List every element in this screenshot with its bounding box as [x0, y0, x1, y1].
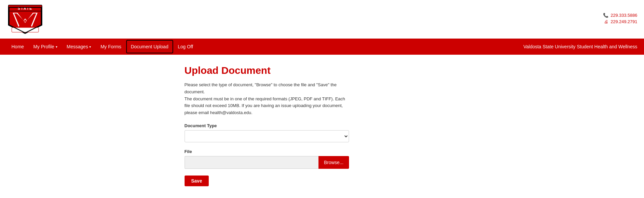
- file-path-input[interactable]: [185, 156, 319, 169]
- document-type-group: Document Type: [185, 123, 349, 142]
- save-button[interactable]: Save: [185, 176, 209, 186]
- fax-icon: 🖨: [604, 19, 608, 24]
- my-profile-chevron: ▾: [56, 45, 57, 49]
- logo-area: STATE: [7, 3, 44, 35]
- top-bar: STATE 📞 229.333.5886 🖨 229.249.2791: [0, 0, 644, 39]
- phone-number: 229.333.5886: [610, 13, 637, 18]
- nav-messages[interactable]: Messages ▾: [62, 39, 96, 54]
- file-label: File: [185, 149, 349, 154]
- page-description: Please select the type of document, "Bro…: [185, 82, 349, 116]
- document-type-label: Document Type: [185, 123, 349, 128]
- nav-log-off[interactable]: Log Off: [173, 39, 198, 54]
- navbar-brand: Valdosta State University Student Health…: [523, 44, 637, 49]
- nav-my-profile[interactable]: My Profile ▾: [29, 39, 62, 54]
- phone-icon: 📞: [603, 13, 608, 18]
- nav-document-upload[interactable]: Document Upload: [126, 40, 173, 53]
- vsu-logo: STATE: [7, 3, 44, 35]
- messages-chevron: ▾: [89, 45, 91, 49]
- navbar: Home My Profile ▾ Messages ▾ My Forms Do…: [0, 39, 644, 55]
- contact-info: 📞 229.333.5886 🖨 229.249.2791: [603, 13, 637, 26]
- nav-home[interactable]: Home: [7, 39, 29, 54]
- fax-number: 229.249.2791: [610, 19, 637, 24]
- page-title: Upload Document: [185, 65, 460, 76]
- browse-button[interactable]: Browse...: [318, 156, 349, 169]
- document-type-select[interactable]: [185, 130, 349, 142]
- navbar-left: Home My Profile ▾ Messages ▾ My Forms Do…: [7, 39, 523, 54]
- main-content: Upload Document Please select the type o…: [171, 55, 473, 196]
- file-input-group: Browse...: [185, 156, 349, 169]
- nav-my-forms[interactable]: My Forms: [96, 39, 126, 54]
- file-group: File Browse...: [185, 149, 349, 169]
